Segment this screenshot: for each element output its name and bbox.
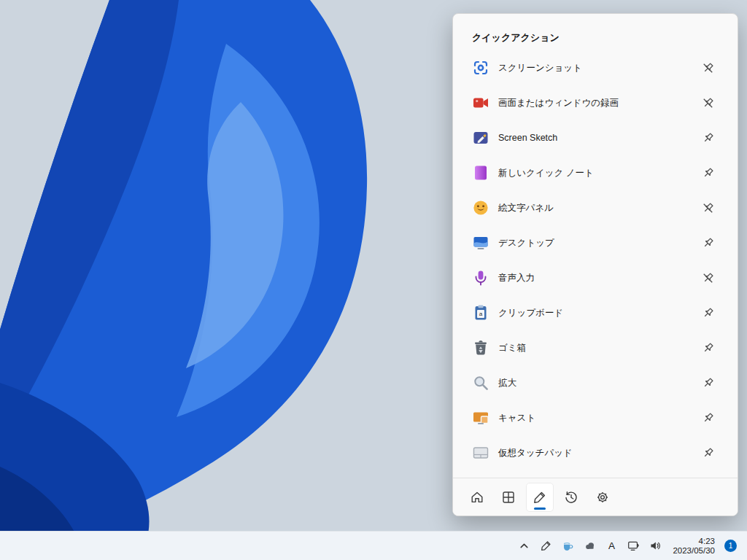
tab-home[interactable]	[463, 483, 491, 512]
screen-sketch-icon	[472, 129, 489, 147]
quick-action-item[interactable]: 仮想タッチパッド	[462, 435, 729, 470]
grid-icon	[501, 490, 516, 505]
pin-button[interactable]	[697, 302, 719, 324]
pin-button[interactable]	[697, 232, 719, 254]
quick-actions-list: スクリーンショット画面またはウィンドウの録画Screen Sketch新しいクイ…	[453, 49, 738, 478]
quick-action-label: Screen Sketch	[498, 133, 557, 143]
touchpad-icon	[472, 444, 489, 462]
desktop-icon	[472, 234, 489, 252]
tab-widgets[interactable]	[495, 483, 522, 512]
emoji-icon	[472, 199, 489, 217]
quick-action-label: ゴミ箱	[498, 342, 526, 354]
cloud-icon	[584, 540, 596, 552]
display-button[interactable]	[622, 534, 644, 559]
quick-action-item[interactable]: 画面またはウィンドウの録画	[462, 85, 729, 120]
pin-icon	[702, 307, 714, 319]
unpin-icon	[702, 202, 714, 214]
cup-button[interactable]	[557, 534, 578, 559]
pin-icon	[702, 237, 714, 249]
screen-record-icon	[472, 94, 489, 112]
quick-actions-panel: クイックアクション スクリーンショット画面またはウィンドウの録画Screen S…	[452, 13, 738, 516]
clipboard-icon: a	[472, 304, 489, 322]
pin-button[interactable]	[697, 372, 719, 394]
quick-action-label: 仮想タッチパッド	[498, 447, 573, 459]
pen-icon	[533, 490, 547, 505]
pin-icon	[702, 447, 714, 459]
quick-action-label: 新しいクイック ノート	[498, 167, 594, 179]
gear-icon	[595, 490, 610, 505]
quick-action-label: 絵文字パネル	[498, 202, 554, 214]
pin-icon	[702, 412, 714, 424]
quick-action-item[interactable]: デスクトップ	[462, 225, 729, 260]
quick-action-item[interactable]: 拡大	[462, 365, 729, 400]
pin-icon	[702, 377, 714, 389]
unpin-icon	[702, 272, 714, 284]
chevron-up-icon	[518, 540, 530, 552]
tab-pen[interactable]	[526, 483, 554, 512]
ime-indicator: A	[608, 540, 615, 551]
ink-pen-button[interactable]	[535, 534, 557, 559]
panel-footer	[453, 478, 738, 516]
screenshot-icon	[472, 59, 489, 77]
trash-icon	[472, 339, 489, 357]
unpin-button[interactable]	[697, 267, 719, 289]
cloud-button[interactable]	[578, 534, 600, 559]
unpin-button[interactable]	[697, 197, 719, 219]
home-icon	[470, 490, 484, 505]
tab-settings[interactable]	[589, 483, 616, 512]
volume-button[interactable]	[644, 534, 666, 559]
tab-history[interactable]	[557, 483, 585, 512]
clock-time: 4:23	[699, 537, 715, 546]
quick-action-item[interactable]: 新しいクイック ノート	[462, 155, 729, 190]
clock-date: 2023/05/30	[673, 546, 715, 556]
taskbar: A 4:23 2023/05/30 1	[0, 531, 747, 560]
cup-icon	[562, 540, 574, 552]
quick-action-label: 拡大	[498, 377, 516, 389]
pin-button[interactable]	[697, 442, 719, 464]
display-icon	[627, 540, 640, 552]
pin-icon	[702, 132, 714, 144]
pin-button[interactable]	[697, 162, 719, 184]
windows-bloom-graphic	[0, 0, 409, 560]
pin-button[interactable]	[697, 337, 719, 359]
system-tray: A	[513, 534, 666, 559]
quick-action-label: クリップボード	[498, 307, 563, 319]
pin-icon	[702, 342, 714, 354]
ink-pen-icon	[540, 540, 552, 552]
quick-action-label: スクリーンショット	[498, 62, 582, 74]
quick-action-item[interactable]: 音声入力	[462, 260, 729, 295]
clock[interactable]: 4:23 2023/05/30	[669, 537, 719, 556]
chevron-up-button[interactable]	[513, 534, 535, 559]
quick-action-label: デスクトップ	[498, 237, 554, 249]
quick-action-label: 音声入力	[498, 272, 535, 284]
quick-action-item[interactable]: 絵文字パネル	[462, 190, 729, 225]
voice-input-icon	[472, 269, 489, 287]
unpin-button[interactable]	[697, 57, 719, 79]
unpin-icon	[702, 62, 714, 74]
quick-note-icon	[472, 164, 489, 182]
quick-action-item[interactable]: スクリーンショット	[462, 50, 729, 85]
panel-title: クイックアクション	[453, 14, 738, 49]
quick-action-item[interactable]: aクリップボード	[462, 295, 729, 330]
unpin-button[interactable]	[697, 92, 719, 114]
unpin-icon	[702, 97, 714, 109]
volume-icon	[649, 540, 662, 552]
quick-action-item[interactable]: Screen Sketch	[462, 120, 729, 155]
pin-button[interactable]	[697, 127, 719, 149]
notification-badge[interactable]: 1	[724, 540, 737, 552]
ime-button[interactable]: A	[600, 534, 622, 559]
quick-action-item[interactable]: キャスト	[462, 400, 729, 435]
quick-action-label: 画面またはウィンドウの録画	[498, 97, 619, 109]
history-icon	[564, 490, 578, 505]
quick-action-label: キャスト	[498, 412, 535, 424]
quick-action-item[interactable]: ゴミ箱	[462, 330, 729, 365]
pin-button[interactable]	[697, 407, 719, 429]
svg-text:a: a	[479, 311, 483, 317]
pin-icon	[702, 167, 714, 179]
magnifier-icon	[472, 374, 489, 392]
cast-icon	[472, 409, 489, 427]
